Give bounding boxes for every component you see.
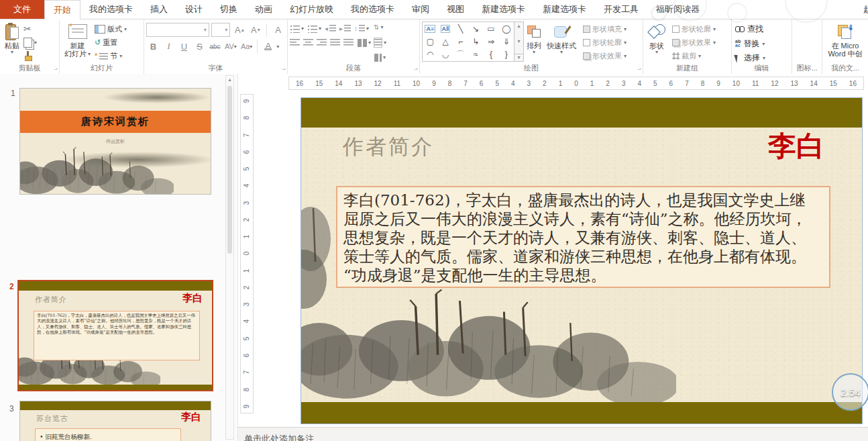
layout-button[interactable]: 版式▾ [93,23,128,35]
dialog-launcher-icon[interactable]: ⌐ [282,67,285,72]
abc-strikethrough-button[interactable]: abc [208,40,222,53]
gallery-scroll-down-icon[interactable]: ▾ [517,38,520,44]
quick-styles-button[interactable]: 快速样式 ▾ [544,21,579,63]
shape-gallery-item[interactable]: ▢ [427,37,434,46]
tab-new-tab-2[interactable]: 新建选项卡 [534,0,595,19]
tab-view[interactable]: 视图 [438,0,473,19]
scroll-up-icon[interactable]: ▴ [226,77,233,83]
shape-effects-button-2[interactable]: 形状效果▾ [671,36,717,48]
line-spacing-button[interactable]: ↕▾ [354,23,369,34]
shape-fill-button[interactable]: 形状填充▾ [582,23,628,35]
bold-button[interactable]: B [146,40,160,53]
notes-pane[interactable]: 单击此处添加备注 [238,427,868,441]
tab-review[interactable]: 审阅 [403,0,438,19]
tab-design[interactable]: 设计 [176,0,211,19]
shape-outline-button-2[interactable]: 形状轮廓▾ [671,23,717,35]
format-painter-button[interactable] [22,50,38,62]
increase-indent-button[interactable]: ▸ [339,23,351,34]
shape-gallery-item[interactable]: A‖ [441,25,451,33]
font-size-combo[interactable]: ▾ [211,23,231,37]
strikethrough-button[interactable]: S [193,40,207,53]
shape-gallery-item[interactable]: A≡ [425,25,435,33]
ruler-number: 0 [574,80,578,87]
shapes-button[interactable]: 形状 ▾ [645,21,668,63]
scrollbar-thumb[interactable] [227,86,232,254]
slide-thumbnail-3[interactable]: 苏台览古 李白 •旧苑荒台杨柳新. •菱歌清唱不胜春. •只今惟有西江月. •曾… [19,401,211,441]
shape-gallery-item[interactable]: ≈ [474,50,478,59]
columns-button[interactable]: ▾ [357,38,371,48]
shape-gallery-item[interactable]: ◯ [502,24,510,34]
dropdown-arrow-icon: ▾ [713,40,716,45]
shrink-font-button[interactable]: A▾ [248,23,262,37]
tab-new-tab-1[interactable]: 新建选项卡 [473,0,534,19]
dialog-launcher-icon[interactable]: ⌐ [414,67,417,72]
crop-button[interactable]: 裁剪▾ [671,50,717,62]
tab-file[interactable]: 文件 [0,0,44,19]
create-word-button[interactable]: ⇓ 在 Micro Word 中创 [825,21,865,63]
shape-gallery-item[interactable]: ⌐ [458,37,463,46]
slide-text-box[interactable]: 李白(701-762)，字太白，盛唐最杰出的诗人，也是我国文学史上继屈原之后又一… [336,186,830,288]
character-spacing-button[interactable]: AV▾ [223,40,238,53]
shape-outline-button[interactable]: 形状轮廓▾ [582,36,628,48]
dialog-launcher-icon[interactable]: ⌐ [637,67,641,72]
shape-gallery-item[interactable]: △ [442,37,448,46]
slide-thumbnail-1[interactable]: 唐诗宋词赏析 作品赏析 [19,88,211,195]
grow-font-button[interactable]: A▴ [232,23,246,37]
slide-title[interactable]: 作者简介 [343,133,434,161]
shape-gallery-item[interactable]: ⇓ [503,37,510,46]
reset-button[interactable]: ↺重置 [93,36,128,48]
align-left-button[interactable] [290,38,300,48]
convert-smartart-button[interactable]: ▾ [374,52,386,62]
find-button[interactable]: 查找 [735,23,788,36]
dialog-launcher-icon[interactable]: ⌐ [54,67,57,72]
font-color-button[interactable]: A [261,40,275,53]
arrange-button[interactable]: 排列 ▾ [524,21,544,63]
align-text-button[interactable]: ▾ [374,38,386,48]
tab-animations[interactable]: 动画 [246,0,281,19]
tab-my-tab-2[interactable]: 我的选项卡 [342,0,403,19]
decrease-indent-button[interactable]: ◂ [325,23,336,34]
copy-button[interactable]: ▾ [22,36,38,48]
shape-gallery-item[interactable]: ↳ [472,37,479,46]
font-name-combo[interactable]: ▾ [146,23,209,37]
tab-insert[interactable]: 插入 [142,0,176,19]
shape-gallery-item[interactable]: } [505,50,508,59]
tab-my-tab-1[interactable]: 我的选项卡 [80,0,142,19]
section-button[interactable]: *节▾ [93,50,128,62]
new-slide-button[interactable]: * 新建 幻灯片▾ [62,21,93,63]
shape-gallery-item[interactable]: ⌒ [457,50,465,59]
shape-gallery-item[interactable]: ⇒ [488,37,494,46]
slide-author[interactable]: 李白 [768,128,824,165]
tab-transitions[interactable]: 切换 [211,0,246,19]
text-direction-button[interactable]: ⇅▾ [374,22,386,32]
shape-effects-button[interactable]: 形状效果▾ [582,50,628,62]
italic-button[interactable]: I [162,40,176,53]
paste-button[interactable]: 粘贴 ▾ [2,21,22,63]
distribute-button[interactable] [343,38,354,48]
user-name[interactable]: 赵 [863,3,868,15]
tab-developer[interactable]: 开发工具 [595,0,647,19]
tab-slideshow[interactable]: 幻灯片放映 [281,0,342,19]
align-right-button[interactable] [317,38,327,48]
slide-thumbnail-2[interactable]: 作者简介 李白 李白(701-762)，字太白，盛唐最杰出的诗人，也是我国文学史… [17,280,213,391]
justify-button[interactable] [330,38,340,48]
shape-gallery-item[interactable]: ◡ [442,50,449,59]
gallery-more-icon[interactable]: ▾ [514,54,523,60]
bullets-button[interactable]: ▾ [290,23,304,34]
shape-gallery-item[interactable]: ╲ [458,24,463,34]
gallery-scroll-up-icon[interactable]: ▴ [517,23,520,29]
underline-button[interactable]: U [177,40,191,53]
slide-canvas[interactable]: 作者简介 李白 李白(701-762)，字太白，盛唐最杰出的诗人，也是我国文学史… [301,97,863,424]
shape-gallery-item[interactable]: ▭ [487,24,494,34]
shape-gallery-item[interactable]: ↘ [472,24,479,34]
cut-button[interactable]: ✂ [22,23,38,35]
numbering-button[interactable]: ▾ [307,23,321,34]
clear-formatting-button[interactable]: A [271,23,285,37]
tab-home[interactable]: 开始 [44,0,80,19]
thumbnail-scrollbar[interactable]: ▴ [225,75,234,440]
shape-gallery-item[interactable]: { [490,50,492,59]
replace-button[interactable]: abac替换▾ [735,38,788,50]
change-case-button[interactable]: Aa▾ [239,40,254,53]
align-center-button[interactable] [303,38,313,48]
shape-gallery-item[interactable]: ◠ [427,50,433,59]
